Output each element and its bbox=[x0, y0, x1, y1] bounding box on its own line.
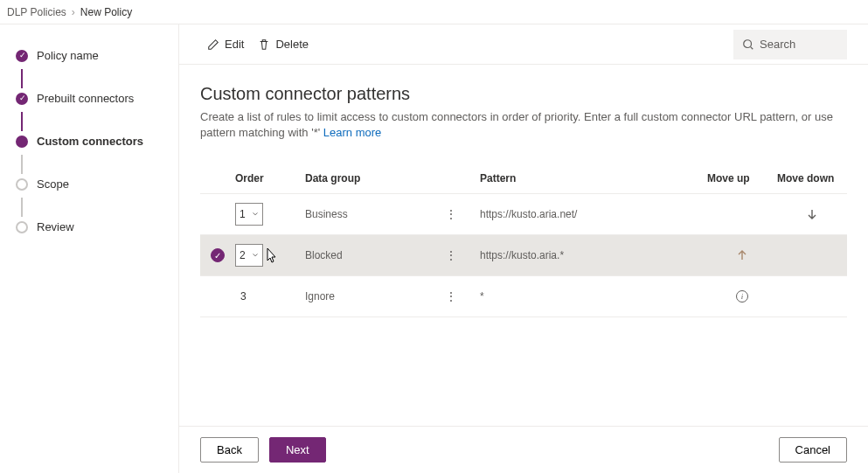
toolbar: Edit Delete Search bbox=[179, 24, 868, 65]
step-connector bbox=[21, 198, 23, 217]
step-active-icon bbox=[16, 136, 28, 148]
step-connector bbox=[21, 69, 23, 88]
pattern-cell: * bbox=[480, 290, 707, 303]
search-icon bbox=[742, 38, 754, 51]
move-down-icon[interactable] bbox=[805, 207, 819, 221]
order-dropdown[interactable]: 2 bbox=[235, 244, 263, 267]
data-group-cell: Ignore bbox=[305, 290, 445, 303]
data-group-cell: Blocked bbox=[305, 249, 445, 261]
chevron-right-icon: › bbox=[72, 6, 75, 18]
svg-point-0 bbox=[744, 39, 752, 47]
table-header: Order Data group Pattern Move up Move do… bbox=[200, 163, 847, 194]
order-value: 2 bbox=[240, 249, 246, 261]
move-up-icon[interactable] bbox=[735, 248, 749, 262]
step-connector bbox=[21, 112, 23, 131]
page-description: Create a list of rules to limit access t… bbox=[200, 109, 847, 141]
page-title: Custom connector patterns bbox=[200, 84, 847, 104]
more-menu-icon[interactable]: ⋮ bbox=[445, 289, 480, 303]
col-move-down[interactable]: Move down bbox=[777, 172, 847, 184]
patterns-table: Order Data group Pattern Move up Move do… bbox=[200, 163, 847, 317]
checkmark-icon: ✓ bbox=[211, 248, 225, 262]
wizard-steps: Policy name Prebuilt connectors Custom c… bbox=[0, 24, 179, 473]
table-row[interactable]: 1 Business ⋮ https://kusto.aria.net/ bbox=[200, 194, 847, 235]
step-label: Review bbox=[37, 220, 74, 233]
search-placeholder: Search bbox=[760, 38, 795, 51]
breadcrumb-parent[interactable]: DLP Policies bbox=[7, 6, 66, 18]
chevron-down-icon bbox=[252, 211, 259, 218]
edit-icon bbox=[207, 38, 219, 51]
delete-button[interactable]: Delete bbox=[251, 32, 316, 56]
delete-label: Delete bbox=[275, 38, 309, 51]
pattern-cell: https://kusto.aria.net/ bbox=[480, 208, 707, 220]
breadcrumb-current: New Policy bbox=[80, 6, 132, 18]
step-custom-connectors[interactable]: Custom connectors bbox=[16, 135, 170, 148]
data-group-cell: Business bbox=[305, 208, 445, 220]
step-prebuilt-connectors[interactable]: Prebuilt connectors bbox=[16, 92, 170, 105]
step-done-icon bbox=[16, 50, 28, 62]
back-button[interactable]: Back bbox=[200, 437, 259, 463]
pattern-cell: https://kusto.aria.* bbox=[480, 249, 707, 261]
more-menu-icon[interactable]: ⋮ bbox=[445, 248, 480, 262]
cancel-button[interactable]: Cancel bbox=[779, 437, 847, 463]
order-value-static: 3 bbox=[235, 285, 263, 308]
row-select-cell[interactable]: ✓ bbox=[200, 248, 235, 262]
step-scope[interactable]: Scope bbox=[16, 177, 170, 191]
col-move-up[interactable]: Move up bbox=[707, 172, 777, 184]
step-policy-name[interactable]: Policy name bbox=[16, 49, 170, 62]
chevron-down-icon bbox=[252, 252, 259, 259]
search-input[interactable]: Search bbox=[733, 30, 847, 59]
step-label: Scope bbox=[37, 177, 69, 191]
order-value: 1 bbox=[240, 208, 246, 220]
order-dropdown[interactable]: 1 bbox=[235, 203, 263, 226]
table-row[interactable]: 3 Ignore ⋮ * i bbox=[200, 276, 847, 317]
step-pending-icon bbox=[16, 178, 28, 191]
footer: Back Next Cancel bbox=[179, 426, 868, 473]
step-done-icon bbox=[16, 93, 28, 105]
step-pending-icon bbox=[16, 221, 28, 233]
step-label: Policy name bbox=[37, 49, 99, 62]
edit-button[interactable]: Edit bbox=[200, 32, 251, 56]
info-icon[interactable]: i bbox=[736, 290, 748, 303]
order-value: 3 bbox=[240, 290, 247, 303]
col-data-group[interactable]: Data group bbox=[305, 172, 445, 184]
description-text: Create a list of rules to limit access t… bbox=[200, 110, 833, 139]
table-row[interactable]: ✓ 2 Blocked ⋮ https://kusto.aria.* bbox=[200, 235, 847, 276]
col-order[interactable]: Order bbox=[235, 172, 305, 184]
col-pattern[interactable]: Pattern bbox=[480, 172, 707, 184]
learn-more-link[interactable]: Learn more bbox=[323, 126, 381, 139]
step-label: Prebuilt connectors bbox=[37, 92, 134, 105]
step-review[interactable]: Review bbox=[16, 220, 170, 233]
next-button[interactable]: Next bbox=[269, 437, 326, 463]
delete-icon bbox=[258, 38, 270, 51]
edit-label: Edit bbox=[225, 38, 244, 51]
step-label: Custom connectors bbox=[37, 135, 143, 148]
breadcrumb: DLP Policies › New Policy bbox=[0, 0, 868, 24]
step-connector bbox=[21, 155, 23, 174]
more-menu-icon[interactable]: ⋮ bbox=[445, 207, 480, 221]
